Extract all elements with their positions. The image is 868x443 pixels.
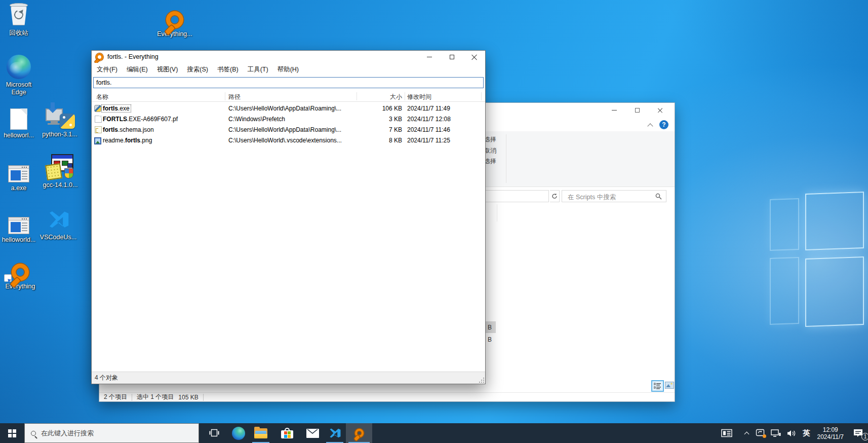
desktop-icon-recycle-bin[interactable]: 回收站 bbox=[0, 2, 43, 37]
menu-search[interactable]: 搜索(S) bbox=[182, 63, 213, 76]
desktop-icon-label: Everything bbox=[0, 283, 45, 290]
taskbar-edge-button[interactable] bbox=[227, 423, 250, 443]
close-button[interactable] bbox=[649, 103, 671, 117]
everything-icon bbox=[150, 3, 199, 28]
start-button[interactable] bbox=[0, 423, 24, 443]
result-row-fortls-exe[interactable]: fortls.exe C:\Users\HelloWorld\AppData\R… bbox=[92, 103, 485, 114]
everything-window: fortls. - Everything 文件(F) 编辑(E) 视图(V) 搜… bbox=[91, 50, 486, 384]
menu-tools[interactable]: 工具(T) bbox=[243, 63, 273, 76]
exe-file-icon bbox=[94, 105, 101, 112]
thumbnail-view-button[interactable] bbox=[663, 379, 676, 391]
maximize-button[interactable] bbox=[441, 51, 463, 63]
taskbar-search-box[interactable]: 在此键入进行搜索 bbox=[24, 423, 199, 443]
status-selected-size: 105 KB bbox=[178, 394, 203, 401]
taskbar-store-button[interactable] bbox=[276, 423, 298, 443]
column-header-modified[interactable]: 修改时间 bbox=[407, 93, 431, 101]
list-header: 名称 路径 大小 修改时间 bbox=[92, 91, 485, 102]
vscode-icon bbox=[34, 206, 83, 232]
network-display-icon bbox=[771, 429, 781, 437]
mail-icon bbox=[306, 429, 319, 438]
details-view-button[interactable] bbox=[651, 380, 664, 392]
maximize-button[interactable] bbox=[626, 103, 648, 117]
everything-icon bbox=[355, 429, 364, 437]
explorer-search-placeholder: 在 Scripts 中搜索 bbox=[568, 193, 616, 202]
vscode-icon bbox=[328, 427, 341, 440]
explorer-statusbar: 2 个项目 选中 1 个项目 105 KB bbox=[99, 392, 675, 401]
menu-file[interactable]: 文件(F) bbox=[92, 63, 122, 76]
everything-statusbar: 4 个对象 bbox=[92, 372, 485, 384]
help-button[interactable]: ? bbox=[659, 120, 668, 129]
file-size-fragment: B bbox=[488, 336, 492, 343]
search-icon bbox=[655, 193, 662, 200]
wallpaper-logo-pane bbox=[770, 257, 799, 325]
clock-date: 2024/11/7 bbox=[817, 433, 844, 440]
taskbar-everything-button[interactable] bbox=[346, 423, 372, 443]
tray-sync-button[interactable] bbox=[753, 423, 768, 443]
action-center-button[interactable]: 1 bbox=[848, 423, 868, 443]
menu-view[interactable]: 视图(V) bbox=[152, 63, 183, 76]
ime-language-indicator[interactable]: 英 bbox=[800, 423, 813, 443]
tray-network-button[interactable] bbox=[768, 423, 784, 443]
desktop-icon-microsoft-edge[interactable]: Microsoft Edge bbox=[0, 54, 43, 96]
taskbar-search-placeholder: 在此键入进行搜索 bbox=[41, 429, 94, 438]
desktop-icon-gcc[interactable]: gcc-14.1.0... bbox=[36, 154, 85, 189]
ribbon-collapse-chevron-icon[interactable] bbox=[648, 123, 653, 128]
resize-grip[interactable] bbox=[478, 377, 485, 383]
taskbar-mail-button[interactable] bbox=[301, 423, 324, 443]
edge-icon bbox=[0, 54, 43, 79]
column-header-path[interactable]: 路径 bbox=[228, 93, 241, 101]
refresh-button[interactable] bbox=[550, 190, 560, 202]
desktop-icon-vscode-setup[interactable]: VSCodeUs... bbox=[34, 206, 83, 241]
news-panel-icon bbox=[721, 429, 732, 437]
file-size-fragment: B bbox=[488, 324, 492, 331]
windows-logo-icon bbox=[8, 429, 16, 437]
desktop-icon-everything-top[interactable]: Everything... bbox=[150, 3, 199, 38]
taskbar-clock[interactable]: 12:09 2024/11/7 bbox=[813, 426, 848, 440]
microsoft-store-icon bbox=[281, 428, 293, 438]
edge-icon bbox=[232, 427, 245, 440]
taskbar-file-explorer-button[interactable] bbox=[250, 423, 272, 443]
recycle-bin-icon bbox=[0, 2, 43, 27]
touch-keyboard-button[interactable] bbox=[718, 423, 735, 443]
task-view-button[interactable] bbox=[203, 423, 225, 443]
desktop-icon-label: python-3.1... bbox=[35, 131, 84, 138]
close-button[interactable] bbox=[463, 51, 485, 63]
taskbar-vscode-button[interactable] bbox=[324, 423, 346, 443]
status-dot bbox=[763, 434, 766, 438]
json-file-icon bbox=[95, 126, 102, 133]
window-title: fortls. - Everything bbox=[107, 53, 159, 60]
tray-volume-button[interactable] bbox=[784, 423, 800, 443]
gcc-archive-icon bbox=[36, 154, 85, 179]
everything-app-icon bbox=[96, 53, 103, 61]
notification-badge: 1 bbox=[861, 433, 868, 440]
speaker-icon bbox=[787, 429, 797, 437]
desktop-icon-label: VSCodeUs... bbox=[34, 234, 83, 241]
everything-titlebar: fortls. - Everything bbox=[92, 51, 485, 63]
search-icon bbox=[31, 431, 36, 436]
menu-edit[interactable]: 编辑(E) bbox=[122, 63, 152, 76]
column-header-size[interactable]: 大小 bbox=[355, 93, 402, 101]
result-row-readme-png[interactable]: readme.fortls.png C:\Users\HelloWorld\.v… bbox=[92, 135, 485, 146]
everything-search-input[interactable] bbox=[93, 77, 484, 88]
object-count: 4 个对象 bbox=[95, 374, 118, 382]
desktop-icon-label: Microsoft Edge bbox=[1, 81, 36, 96]
blank-file-icon bbox=[95, 116, 102, 123]
result-row-schema-json[interactable]: fortls.schema.json C:\Users\HelloWorld\A… bbox=[92, 125, 485, 135]
wallpaper-logo-pane bbox=[770, 198, 799, 251]
column-header-name[interactable]: 名称 bbox=[96, 93, 108, 101]
tray-expand-button[interactable] bbox=[741, 423, 753, 443]
status-item-count: 2 个项目 bbox=[99, 393, 132, 401]
minimize-button[interactable] bbox=[418, 51, 441, 63]
menu-help[interactable]: 帮助(H) bbox=[273, 63, 303, 76]
desktop-icon-label: Everything... bbox=[150, 30, 199, 38]
result-row-prefetch[interactable]: FORTLS.EXE-A669F607.pf C:\Windows\Prefet… bbox=[92, 114, 485, 125]
minimize-button[interactable] bbox=[603, 103, 625, 117]
python-installer-icon bbox=[35, 103, 84, 129]
desktop-icon-python-installer[interactable]: python-3.1... bbox=[35, 103, 84, 138]
desktop-icon-everything[interactable]: Everything bbox=[0, 255, 45, 290]
menu-bookmarks[interactable]: 书签(B) bbox=[213, 63, 243, 76]
explorer-search-box[interactable]: 在 Scripts 中搜索 bbox=[562, 190, 666, 202]
system-tray: 英 12:09 2024/11/7 1 bbox=[718, 423, 868, 443]
status-selected-count: 选中 1 个项目 bbox=[132, 393, 178, 401]
desktop-icon-label: gcc-14.1.0... bbox=[36, 181, 85, 189]
